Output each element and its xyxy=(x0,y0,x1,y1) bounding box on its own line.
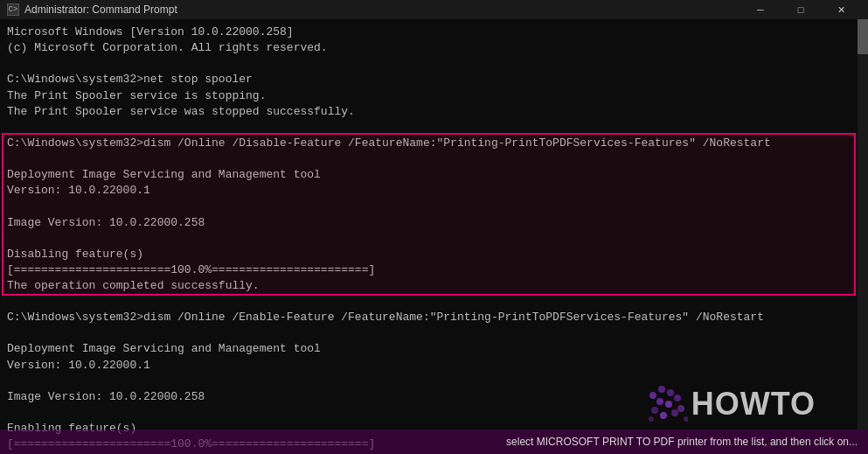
terminal-line: Deployment Image Servicing and Managemen… xyxy=(7,167,861,183)
terminal-line xyxy=(7,294,861,310)
terminal-line: Microsoft Windows [Version 10.0.22000.25… xyxy=(7,24,861,40)
svg-point-8 xyxy=(671,409,678,416)
terminal-line xyxy=(7,120,861,136)
terminal-line: The Print Spooler service was stopped su… xyxy=(7,104,861,120)
svg-point-11 xyxy=(684,416,688,422)
terminal-line xyxy=(7,231,861,247)
svg-point-10 xyxy=(649,416,654,422)
title-bar: C> Administrator: Command Prompt ─ □ ✕ xyxy=(0,0,868,19)
terminal-line xyxy=(7,325,861,341)
terminal-line xyxy=(7,151,861,167)
svg-point-5 xyxy=(674,395,681,402)
terminal-line: Version: 10.0.22000.1 xyxy=(7,183,861,199)
close-button[interactable]: ✕ xyxy=(821,0,861,19)
terminal-line: C:\Windows\system32>dism /Online /Disabl… xyxy=(7,136,861,151)
terminal-line: Deployment Image Servicing and Managemen… xyxy=(7,341,861,357)
svg-point-1 xyxy=(658,386,665,393)
window-title: Administrator: Command Prompt xyxy=(24,3,177,16)
scrollbar[interactable] xyxy=(858,19,868,430)
minimize-button[interactable]: ─ xyxy=(740,0,781,19)
terminal-line: C:\Windows\system32>dism /Online /Enable… xyxy=(7,310,861,325)
svg-point-9 xyxy=(677,405,684,412)
bottom-bar: select MICROSOFT PRINT TO PDF printer fr… xyxy=(0,430,868,454)
window-controls: ─ □ ✕ xyxy=(740,0,861,19)
svg-point-3 xyxy=(656,398,663,405)
terminal-line: [=======================100.0%==========… xyxy=(7,262,861,278)
terminal-line: Image Version: 10.0.22000.258 xyxy=(7,215,861,231)
title-bar-left: C> Administrator: Command Prompt xyxy=(7,3,177,16)
maximize-button[interactable]: □ xyxy=(781,0,821,19)
scrollbar-thumb[interactable] xyxy=(858,19,868,54)
terminal-line: The operation completed successfully. xyxy=(7,278,861,294)
svg-point-0 xyxy=(649,392,656,399)
terminal-line: Version: 10.0.22000.1 xyxy=(7,358,861,374)
svg-point-6 xyxy=(651,407,658,414)
svg-point-7 xyxy=(660,412,667,419)
watermark: HOWTO xyxy=(644,382,816,426)
cmd-icon: C> xyxy=(7,3,19,16)
terminal-line: Disabling feature(s) xyxy=(7,247,861,262)
terminal-line xyxy=(7,56,861,72)
terminal-line: (c) Microsoft Corporation. All rights re… xyxy=(7,40,861,56)
watermark-logo-icon xyxy=(644,382,688,426)
terminal-line xyxy=(7,199,861,215)
svg-point-4 xyxy=(665,401,672,408)
bottom-bar-text: select MICROSOFT PRINT TO PDF printer fr… xyxy=(506,436,858,448)
svg-point-2 xyxy=(667,389,674,396)
terminal-line: C:\Windows\system32>net stop spooler xyxy=(7,72,861,87)
terminal-line: The Print Spooler service is stopping. xyxy=(7,88,861,104)
watermark-text: HOWTO xyxy=(691,386,816,423)
